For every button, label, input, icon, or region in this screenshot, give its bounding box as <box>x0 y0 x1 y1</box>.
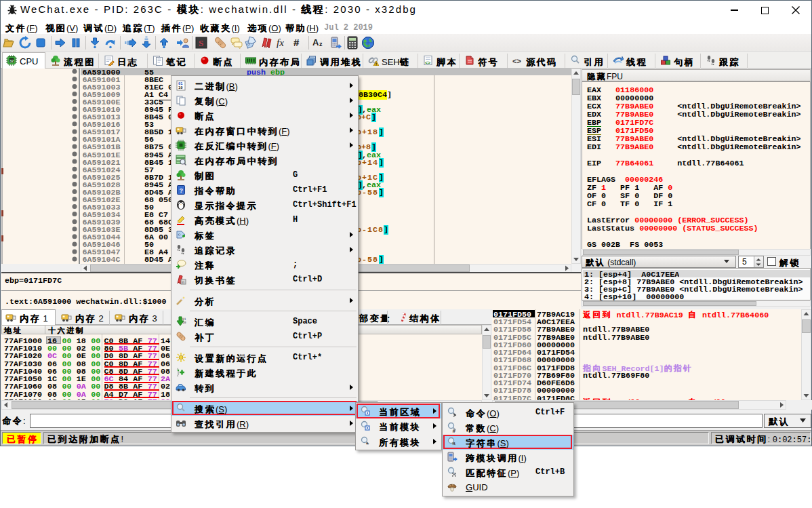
svg-text:<>: <> <box>425 60 430 65</box>
svg-text:A: A <box>312 37 319 47</box>
svg-text:“: “ <box>452 442 455 448</box>
svg-text:n: n <box>182 280 184 284</box>
svg-text:32: 32 <box>9 59 14 63</box>
svg-text:?: ? <box>180 187 184 193</box>
svg-text:z: z <box>319 41 323 47</box>
svg-text:#: # <box>453 427 456 433</box>
svg-text:10: 10 <box>178 85 183 90</box>
svg-text:*: * <box>366 441 369 447</box>
svg-text:<>: <> <box>512 57 521 65</box>
svg-text:S: S <box>199 38 203 48</box>
svg-text:10: 10 <box>182 321 186 324</box>
svg-text:#: # <box>293 37 300 48</box>
svg-text:fx: fx <box>277 37 284 48</box>
